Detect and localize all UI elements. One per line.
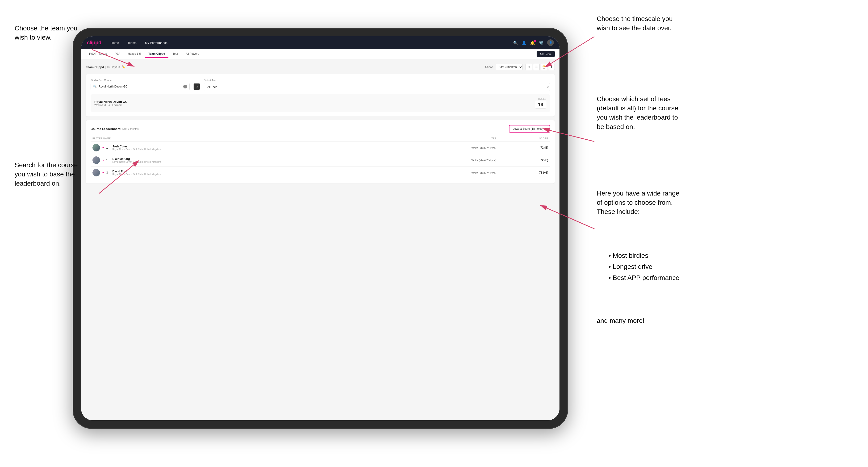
bullet-drive: Longest drive (609, 261, 679, 272)
table-row: ♥ 3 David Ford Royal North Devon Golf Cl… (91, 166, 550, 179)
score-cell-0: 72 (E) (498, 142, 550, 154)
player-name-2: David Ford (113, 170, 161, 173)
course-search-wrapper: 🔍 ✕ (91, 83, 190, 90)
tab-team-clippd[interactable]: Team Clippd (145, 50, 168, 58)
player-rank-2: 3 (106, 171, 110, 174)
player-club-2: Royal North Devon Golf Club, United King… (113, 173, 161, 176)
add-team-button[interactable]: Add Team (536, 51, 555, 57)
find-course-label: Find a Golf Course (91, 79, 200, 82)
player-rank-0: 1 (106, 146, 110, 149)
favorite-icon-2[interactable]: ♥ (102, 171, 104, 174)
leaderboard-title: Course Leaderboard, (91, 127, 121, 131)
course-location: Westward Ho!, England (94, 103, 127, 106)
course-search-card: Find a Golf Course 🔍 ✕ ☆ Select Tee (86, 74, 555, 117)
player-avatar-1 (92, 156, 100, 164)
annotation-bullets: Most birdies Longest drive Best APP perf… (609, 250, 679, 283)
holes-label: Holes (535, 98, 546, 100)
settings-icon[interactable]: ⚙️ (539, 40, 544, 45)
annotation-tees: Choose which set of tees(default is all)… (597, 94, 678, 131)
tab-pgat-players[interactable]: PGAT Players (86, 50, 110, 58)
bullet-birdies: Most birdies (609, 250, 679, 261)
player-avatar-2 (92, 169, 100, 177)
edit-team-icon[interactable]: ✏️ (122, 65, 125, 69)
app-logo: clippd (87, 40, 101, 46)
tee-select[interactable]: All Tees (204, 83, 550, 91)
download-button[interactable]: ⬇ (548, 64, 555, 70)
course-search-icon: 🔍 (93, 85, 97, 88)
annotation-options: Here you have a wide rangeof options to … (597, 189, 679, 217)
tee-select-group: Select Tee All Tees (204, 79, 550, 91)
team-title: Team Clippd (86, 65, 104, 69)
table-row: ♥ 1 Josh Coles Royal North Devon Golf Cl… (91, 142, 550, 154)
user-avatar[interactable]: 👤 (547, 39, 554, 46)
favorite-icon-1[interactable]: ♥ (102, 159, 104, 161)
favorite-course-button[interactable]: ☆ (193, 83, 200, 90)
show-period-select[interactable]: Last 3 months (496, 64, 523, 70)
col-tee: TEE (382, 136, 498, 142)
course-info: Royal North Devon GC Westward Ho!, Engla… (94, 100, 127, 106)
tab-pga[interactable]: PGA (111, 50, 124, 58)
team-players-count: | 14 Players (105, 65, 120, 69)
player-info-0: Josh Coles Royal North Devon Golf Club, … (113, 145, 161, 151)
tab-all-players[interactable]: All Players (182, 50, 203, 58)
holes-value: 18 (535, 101, 546, 108)
leaderboard-card: Course Leaderboard, Last 3 months Lowest… (86, 120, 555, 184)
player-cell-1: ♥ 1 Blair McHarg Royal North Devon Golf … (91, 154, 382, 166)
app-navbar: clippd Home Teams My Performance 🔍 👤 🔔 ⚙… (81, 36, 559, 49)
col-score: SCORE (498, 136, 550, 142)
nav-my-performance[interactable]: My Performance (143, 40, 169, 45)
leaderboard-header: Course Leaderboard, Last 3 months Lowest… (91, 125, 550, 132)
player-rank-1: 1 (106, 158, 110, 162)
trophy-view-button[interactable]: 🏆 (540, 64, 547, 70)
player-name-0: Josh Coles (113, 145, 161, 148)
find-course-group: Find a Golf Course 🔍 ✕ ☆ (91, 79, 200, 90)
leaderboard-table: PLAYER NAME TEE SCORE ♥ 1 Josh C (91, 136, 550, 179)
tee-cell-0: White (M) (6,744 yds) (382, 142, 498, 154)
annotation-more: and many more! (597, 316, 644, 325)
score-value-1: 72 (E) (500, 158, 548, 162)
nav-home[interactable]: Home (109, 40, 121, 45)
player-cell-0: ♥ 1 Josh Coles Royal North Devon Golf Cl… (91, 142, 382, 154)
score-value-2: 73 (+1) (500, 171, 548, 174)
tee-value-0: White (M) (6,744 yds) (471, 147, 497, 149)
score-type-select[interactable]: Lowest Score (18 holes) (509, 125, 550, 132)
tee-select-label: Select Tee (204, 79, 550, 82)
col-player: PLAYER NAME (91, 136, 382, 142)
course-result: Royal North Devon GC Westward Ho!, Engla… (91, 94, 550, 112)
view-icons: ⊞ ☰ 🏆 ⬇ (526, 64, 555, 70)
leaderboard-subtitle: Last 3 months (122, 127, 139, 130)
score-cell-1: 72 (E) (498, 154, 550, 166)
player-cell-2: ♥ 3 David Ford Royal North Devon Golf Cl… (91, 166, 382, 179)
score-cell-2: 73 (+1) (498, 166, 550, 179)
main-content: Team Clippd | 14 Players ✏️ Show: Last 3… (81, 59, 559, 420)
nav-teams[interactable]: Teams (125, 40, 138, 45)
table-row: ♥ 1 Blair McHarg Royal North Devon Golf … (91, 154, 550, 166)
tee-cell-2: White (M) (6,744 yds) (382, 166, 498, 179)
course-search-input[interactable] (99, 85, 181, 88)
profile-icon[interactable]: 👤 (522, 40, 526, 45)
sub-navbar: PGAT Players PGA Hcaps 1-5 Team Clippd T… (81, 49, 559, 59)
tee-value-1: White (M) (6,744 yds) (471, 159, 497, 162)
player-info-1: Blair McHarg Royal North Devon Golf Club… (113, 157, 161, 163)
tab-hcaps[interactable]: Hcaps 1-5 (125, 50, 144, 58)
annotation-search-course: Search for the courseyou wish to base th… (14, 160, 78, 188)
favorite-icon-0[interactable]: ♥ (102, 146, 104, 149)
annotation-choose-team: Choose the team youwish to view. (14, 24, 78, 42)
search-icon[interactable]: 🔍 (513, 40, 518, 45)
player-info-2: David Ford Royal North Devon Golf Club, … (113, 170, 161, 176)
list-view-button[interactable]: ☰ (533, 64, 540, 70)
course-search-section: Find a Golf Course 🔍 ✕ ☆ Select Tee (91, 79, 550, 91)
tab-tour[interactable]: Tour (169, 50, 181, 58)
bullet-app: Best APP performance (609, 272, 679, 283)
score-value-0: 72 (E) (500, 146, 548, 149)
nav-icons: 🔍 👤 🔔 ⚙️ 👤 (513, 39, 554, 46)
clear-search-button[interactable]: ✕ (183, 85, 187, 88)
team-header-right: Show: Last 3 months ⊞ ☰ 🏆 ⬇ (485, 64, 555, 70)
player-avatar-0 (92, 144, 100, 151)
tablet-screen: clippd Home Teams My Performance 🔍 👤 🔔 ⚙… (81, 36, 559, 420)
grid-view-button[interactable]: ⊞ (526, 64, 532, 70)
tee-cell-1: White (M) (6,744 yds) (382, 154, 498, 166)
notification-icon[interactable]: 🔔 (530, 40, 535, 45)
tee-value-2: White (M) (6,744 yds) (471, 172, 497, 174)
tablet-frame: clippd Home Teams My Performance 🔍 👤 🔔 ⚙… (73, 28, 568, 429)
